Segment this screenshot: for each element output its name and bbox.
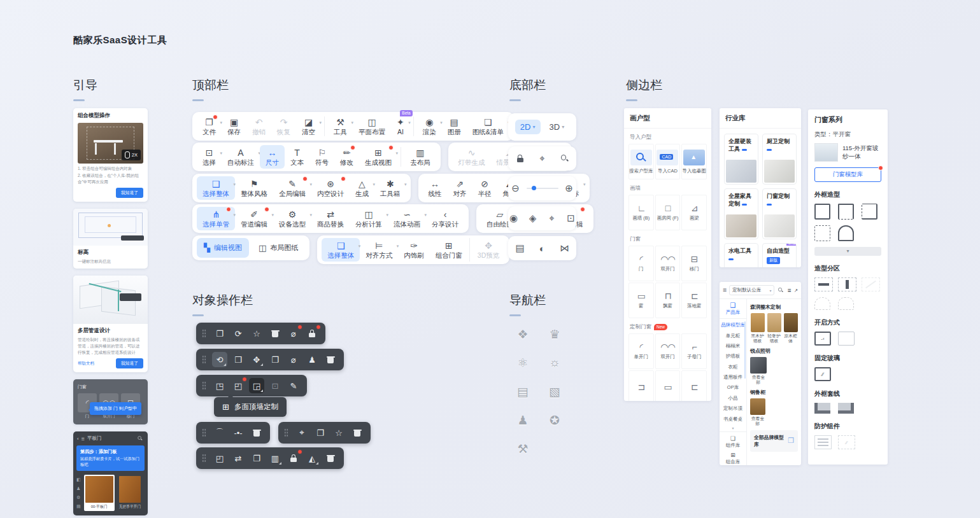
lock-icon[interactable] [515, 153, 526, 164]
rail-category[interactable]: 小品 [728, 393, 738, 403]
drag-handle-icon[interactable] [284, 428, 288, 437]
zone-tile-arch[interactable] [814, 297, 830, 310]
album-button[interactable]: ▤图册 [442, 115, 467, 138]
ceiling-panel-icon[interactable]: ◰ [231, 378, 246, 393]
light-strip-button[interactable]: ∿灯带生成 [453, 145, 491, 169]
opening-tile-casement[interactable]: -‹ [814, 332, 831, 346]
product-card[interactable]: 黑木护墙板 [750, 313, 765, 344]
node-icon[interactable]: -•- [231, 425, 246, 440]
fixed-glass-tile[interactable]: ∕∕ [814, 367, 831, 381]
preview-search-icon[interactable] [559, 153, 571, 164]
mode-3d-button[interactable]: 3D ▾ [544, 120, 570, 134]
rail-category[interactable]: 定制吊顶 [723, 403, 742, 414]
interior-brush-button[interactable]: ✑内饰刷 [398, 238, 430, 262]
edit-view-button[interactable]: ▚编辑视图 [197, 238, 249, 258]
opening-tile-alt[interactable] [838, 332, 855, 346]
undo-button[interactable]: ↶撤销 [246, 115, 271, 138]
chevron-down-icon[interactable]: ▾ [732, 426, 734, 430]
delete-icon[interactable] [267, 326, 283, 341]
got-it-button[interactable]: 我知道了 [116, 358, 143, 368]
duplicate-icon[interactable]: ❐ [249, 451, 264, 466]
import-cad-tile[interactable]: 导入CAD [655, 144, 681, 179]
favorite-icon[interactable]: ☆ [331, 425, 346, 440]
door-material-card[interactable]: 无把手平开门 [118, 475, 142, 511]
save-button[interactable]: ▣保存 [222, 115, 246, 138]
vip-crown-icon[interactable]: ♛ [546, 327, 563, 342]
album-book-icon[interactable]: ▧ [546, 384, 563, 399]
analysis-button[interactable]: ◫分析计算▾ [350, 207, 388, 230]
rail-tool-icon[interactable]: ▤ [76, 504, 81, 509]
custom-door-tile[interactable]: ◠◠ 双开门 [655, 333, 681, 369]
furniture-card[interactable]: 全屋家具定制 [724, 188, 758, 239]
floorplan-button[interactable]: ◫平面布置 [353, 115, 391, 138]
zone-tile-arch-2[interactable] [838, 297, 854, 310]
pipe-edit-button[interactable]: ✐管道编辑▾ [235, 207, 273, 230]
select-whole-button[interactable]: ❑选择整体▾ [197, 176, 235, 200]
frame-tile-dash-left[interactable] [862, 204, 877, 220]
window-door-card[interactable]: 门窗定制 [762, 188, 797, 239]
dimension-button[interactable]: ↔尺寸 [260, 145, 285, 169]
pin-rotate-icon[interactable]: ⌖ [294, 425, 309, 440]
window-door-tile[interactable]: ⊏ 落地窗 [681, 283, 707, 318]
idea-bulb-icon[interactable]: ☼ [546, 356, 563, 370]
import-trace-tile[interactable]: 导入临摹图 [681, 144, 707, 179]
current-window-product[interactable]: 115-外开窗玻纱一体 [814, 143, 881, 162]
render-button[interactable]: ◉渲染▾ [417, 115, 442, 138]
clear-button[interactable]: ◪清空▾ [296, 115, 321, 138]
window-door-tile[interactable]: ◠◠ 双开门 [655, 246, 681, 281]
layout-sheet-button[interactable]: ◫布局图纸 [252, 238, 305, 258]
filter-icon[interactable]: ≣ [787, 288, 791, 293]
generate-view-button[interactable]: ⊞生成视图▾ [359, 145, 397, 169]
custom-door-tile[interactable]: ⊏ [681, 370, 707, 401]
drag-handle-icon[interactable] [202, 454, 206, 463]
rail-category[interactable]: 护墙板 [726, 351, 741, 361]
edit-box-icon[interactable]: ⊡ [267, 378, 283, 393]
align-mode-button[interactable]: ⊨对齐方式▾ [360, 238, 398, 262]
rail-category[interactable]: 单元柜 [726, 330, 741, 340]
rail-category[interactable]: OP库 [727, 382, 739, 393]
rail-category[interactable]: 书桌餐桌 [723, 414, 742, 424]
toolbox-button[interactable]: ✱工具箱▾ [374, 176, 406, 200]
free-modeling-card[interactable]: 自由造型 新版 新版 [762, 243, 797, 267]
trim-tile-left[interactable] [814, 403, 830, 414]
lock-icon[interactable] [304, 326, 320, 341]
duplicate-icon[interactable]: ❐ [267, 352, 283, 367]
screenshot-icon[interactable]: ⊡ [565, 213, 577, 224]
model-library-icon[interactable]: ❖ [515, 327, 531, 342]
generate-button[interactable]: △生成▾ [350, 176, 374, 200]
material-lab-icon[interactable]: ⚛ [515, 356, 531, 370]
wall-tool-tile[interactable]: ⊿ 画梁 [681, 195, 707, 230]
product-replace-button[interactable]: ⇄商品替换 [311, 207, 350, 230]
guard-tile-net[interactable]: ∕∕ [838, 435, 855, 449]
slider-handle[interactable] [532, 186, 536, 190]
rail-library-item[interactable]: ⊞ 组合库 [726, 452, 741, 465]
zoom-in-icon[interactable]: ⊕ [564, 183, 575, 194]
wall-tool-tile[interactable]: □ 画房间 (F) [655, 195, 681, 230]
rail-library-item[interactable]: ❏ 组件库 [726, 435, 741, 449]
custom-door-tile[interactable]: ⊐ [628, 370, 654, 401]
swap-icon[interactable]: ⇄ [231, 451, 246, 466]
frame-tile-dashed[interactable] [814, 225, 830, 241]
rail-item-products[interactable]: ❑ 产品库 [720, 302, 746, 319]
rotate-icon[interactable]: ⟳ [231, 326, 246, 341]
product-card[interactable]: 查看全部 [750, 357, 767, 386]
ai-button[interactable]: ✦AI▾Beta [391, 115, 410, 138]
custom-door-tile[interactable]: ▭ [655, 370, 681, 401]
trim-tile-right[interactable] [838, 403, 854, 414]
list-icon[interactable]: ☰ [723, 288, 727, 293]
rail-category[interactable]: 衣柜 [728, 362, 738, 372]
back-icon[interactable]: ‹ [77, 436, 79, 442]
window-library-button[interactable]: 门窗模型库 [814, 167, 881, 182]
drawings-button[interactable]: ❏图纸&清单▾ [467, 115, 509, 138]
cabinet-icon[interactable]: ▤ [515, 384, 531, 399]
hard-decor-card[interactable]: 全屋硬装工具 [724, 134, 758, 185]
global-edit-button[interactable]: ✎全局编辑▾ [273, 176, 311, 200]
zoom-slider[interactable] [527, 188, 558, 189]
move-rotate-icon[interactable]: ⟲ [212, 352, 227, 367]
window-door-tile[interactable]: ◜ 门 [628, 246, 654, 281]
interior-design-button[interactable]: ⊛内空设计 [311, 176, 350, 200]
group-icon[interactable]: ❒ [231, 352, 246, 367]
rail-category[interactable]: 榻榻米 [726, 341, 741, 351]
rail-tool-icon[interactable]: ◧ [76, 477, 81, 482]
drag-handle-icon[interactable] [202, 329, 206, 338]
